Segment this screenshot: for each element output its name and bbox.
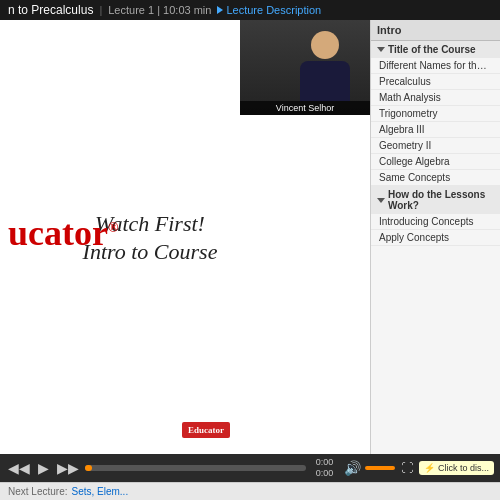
- outline-header: Intro: [371, 20, 500, 41]
- collapse-icon: [377, 198, 385, 203]
- lecture-description-link[interactable]: Lecture Description: [217, 4, 321, 16]
- collapse-icon: [377, 47, 385, 52]
- educator-logo: ucator®: [8, 212, 118, 254]
- outline-section-2: How do the Lessons Work? Introducing Con…: [371, 186, 500, 246]
- prev-button[interactable]: ◀◀: [6, 461, 32, 475]
- presenter-head: [311, 31, 339, 59]
- outline-item[interactable]: Introducing Concepts: [371, 214, 500, 230]
- video-thumbnail[interactable]: Vincent Selhor: [240, 20, 370, 115]
- next-lecture-bar: Next Lecture: Sets, Elem...: [0, 482, 500, 500]
- course-title: n to Precalculus: [8, 3, 93, 17]
- fullscreen-button[interactable]: ⛶: [399, 462, 415, 474]
- outline-item[interactable]: Algebra III: [371, 122, 500, 138]
- outline-item[interactable]: College Algebra: [371, 154, 500, 170]
- progress-bar[interactable]: [85, 465, 306, 471]
- presenter-background: Vincent Selhor: [240, 20, 370, 115]
- volume-bar[interactable]: [365, 466, 395, 470]
- outline-section-1: Title of the Course Different Names for …: [371, 41, 500, 186]
- outline-item[interactable]: Same Concepts: [371, 170, 500, 186]
- app-container: n to Precalculus | Lecture 1 | 10:03 min…: [0, 0, 500, 500]
- click-to-dismiss-button[interactable]: ⚡ Click to dis...: [419, 461, 494, 475]
- presenter-body: [300, 61, 350, 101]
- outline-item[interactable]: Precalculus: [371, 74, 500, 90]
- section-title-course[interactable]: Title of the Course: [371, 41, 500, 58]
- lecture-info: Lecture 1 | 10:03 min: [108, 4, 211, 16]
- outline-item[interactable]: Apply Concepts: [371, 230, 500, 246]
- volume-section: 🔊: [342, 461, 395, 475]
- presenter-name-badge: Vincent Selhor: [240, 101, 370, 115]
- progress-filled: [85, 465, 92, 471]
- outline-item[interactable]: Math Analysis: [371, 90, 500, 106]
- presenter-figure: [300, 31, 350, 101]
- right-panel: Intro Title of the Course Different Name…: [370, 20, 500, 454]
- outline-item[interactable]: Trigonometry: [371, 106, 500, 122]
- next-button[interactable]: ▶▶: [55, 461, 81, 475]
- volume-icon[interactable]: 🔊: [342, 461, 363, 475]
- main-content: Vincent Selhor Click on video to play Sl…: [0, 20, 500, 454]
- section-title-lessons[interactable]: How do the Lessons Work?: [371, 186, 500, 214]
- educator-logo-text: ucator®: [8, 213, 118, 253]
- outline-item[interactable]: Different Names for the Course: [371, 58, 500, 74]
- time-display: 0:00 0:00: [310, 457, 338, 479]
- slide-watermark: Educator: [182, 422, 230, 438]
- play-triangle-icon: [217, 6, 223, 14]
- left-panel: Vincent Selhor Click on video to play Sl…: [0, 20, 370, 454]
- next-lecture-label: Next Lecture:: [8, 486, 67, 497]
- top-bar: n to Precalculus | Lecture 1 | 10:03 min…: [0, 0, 500, 20]
- outline-item[interactable]: Geometry II: [371, 138, 500, 154]
- controls-bar: ◀◀ ▶ ▶▶ 0:00 0:00 🔊 ⛶ ⚡ Click to dis...: [0, 454, 500, 482]
- next-lecture-title[interactable]: Sets, Elem...: [71, 486, 128, 497]
- play-button[interactable]: ▶: [36, 461, 51, 475]
